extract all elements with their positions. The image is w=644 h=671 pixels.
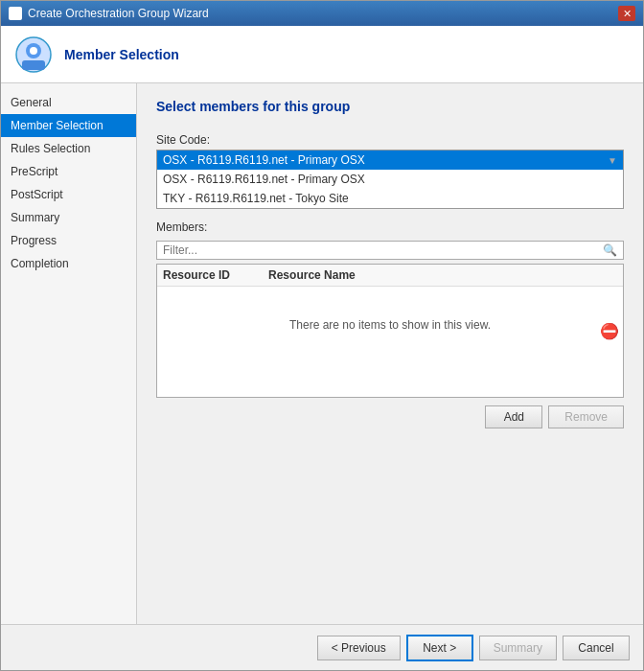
page-title: Select members for this group [156,99,624,114]
filter-input[interactable] [163,243,599,257]
cancel-button[interactable]: Cancel [563,636,630,660]
wizard-window: Create Orchestration Group Wizard ✕ Memb… [0,0,644,671]
svg-point-3 [30,47,37,55]
window-icon [9,7,22,20]
sidebar-item-summary[interactable]: Summary [1,206,136,229]
table-header: Resource ID Resource Name [157,265,623,287]
wizard-icon [14,35,53,74]
filter-box[interactable]: 🔍 [156,241,624,260]
footer: < Previous Next > Summary Cancel [1,624,643,670]
warning-icon: ⛔ [600,322,619,340]
members-label: Members: [156,220,624,234]
title-bar-left: Create Orchestration Group Wizard [9,7,209,20]
sidebar-item-prescript[interactable]: PreScript [1,160,136,183]
sidebar-item-progress[interactable]: Progress [1,229,136,252]
content-area: Select members for this group Site Code:… [137,83,643,624]
col-resource-name: Resource Name [268,268,356,282]
header-area: Member Selection [1,26,643,83]
header-title: Member Selection [64,47,179,62]
sidebar: General Member Selection Rules Selection… [1,83,137,624]
site-code-section: Site Code: OSX - R6119.R6119.net - Prima… [156,133,624,209]
add-remove-buttons: Add Remove [156,405,624,428]
site-code-label: Site Code: [156,133,624,147]
add-button[interactable]: Add [485,405,542,428]
members-section: Members: 🔍 Resource ID Resource Name The… [156,220,624,428]
sidebar-item-member-selection[interactable]: Member Selection [1,114,136,137]
col-resource-id: Resource ID [163,268,230,282]
sidebar-item-rules-selection[interactable]: Rules Selection [1,137,136,160]
window-title: Create Orchestration Group Wizard [28,7,209,20]
next-button[interactable]: Next > [406,635,473,661]
remove-button[interactable]: Remove [548,405,624,428]
svg-rect-2 [22,60,45,70]
dropdown-option-0[interactable]: OSX - R6119.R6119.net - Primary OSX [157,170,623,189]
previous-button[interactable]: < Previous [317,636,401,660]
members-table: Resource ID Resource Name There are no i… [156,264,624,398]
summary-button[interactable]: Summary [479,636,557,660]
sidebar-item-general[interactable]: General [1,91,136,114]
table-empty-message: There are no items to show in this view. [157,287,623,363]
title-bar: Create Orchestration Group Wizard ✕ [1,1,643,26]
search-icon: 🔍 [603,243,617,257]
sidebar-item-completion[interactable]: Completion [1,252,136,275]
dropdown-option-1[interactable]: TKY - R6119.R6119.net - Tokyo Site [157,189,623,208]
main-area: General Member Selection Rules Selection… [1,83,643,624]
close-button[interactable]: ✕ [618,6,635,21]
dropdown-arrow-inline: ▼ [608,155,617,166]
sidebar-item-postscript[interactable]: PostScript [1,183,136,206]
site-code-dropdown[interactable]: OSX - R6119.R6119.net - Primary OSX ▼ OS… [156,150,624,209]
dropdown-selected-option[interactable]: OSX - R6119.R6119.net - Primary OSX ▼ [157,150,623,170]
